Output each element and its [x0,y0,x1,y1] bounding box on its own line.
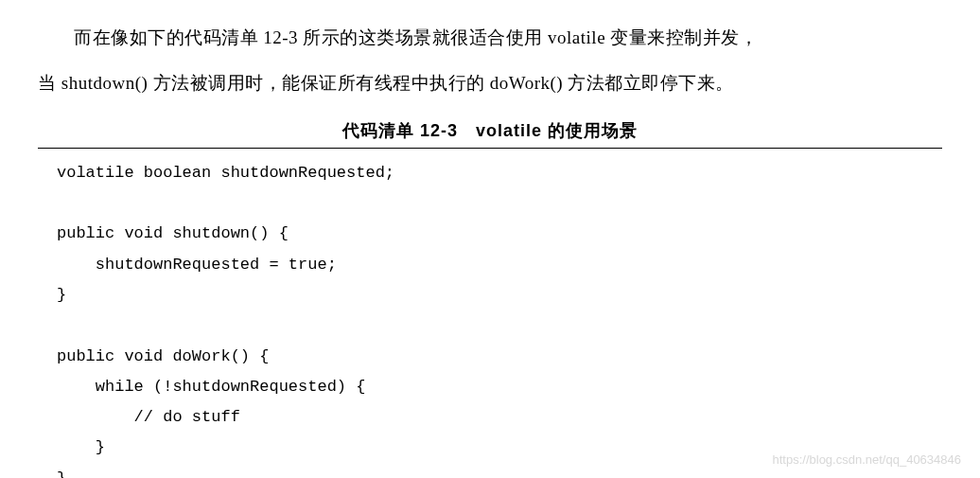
code-listing-title: 代码清单 12-3 volatile 的使用场景 [38,119,942,142]
intro-paragraph-line1: 而在像如下的代码清单 12-3 所示的这类场景就很适合使用 volatile 变… [38,19,942,57]
watermark-text: https://blog.csdn.net/qq_40634846 [773,452,962,467]
code-listing-block: volatile boolean shutdownRequested; publ… [38,148,942,478]
intro-paragraph-line2: 当 shutdown() 方法被调用时，能保证所有线程中执行的 doWork()… [38,64,942,102]
